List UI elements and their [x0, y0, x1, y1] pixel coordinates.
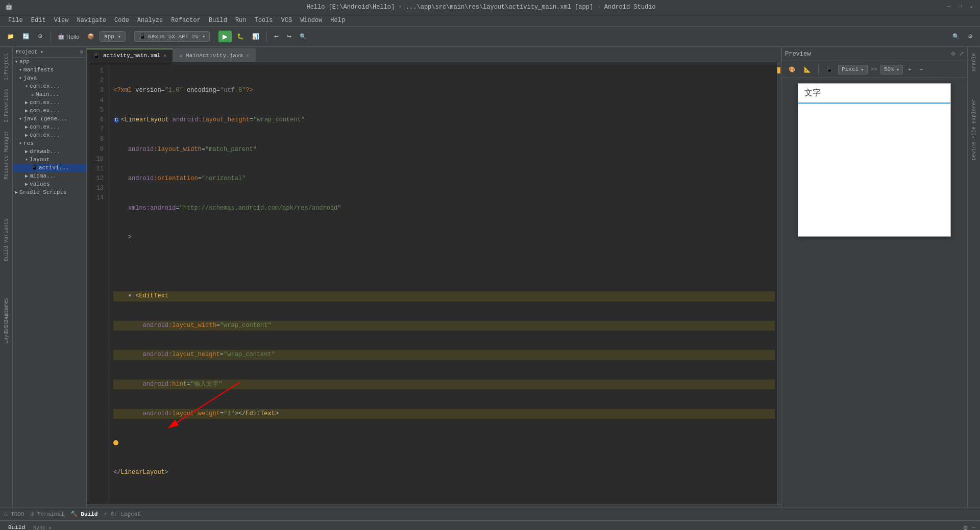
tree-expand-icon: ▶: [25, 148, 28, 155]
build-tab-close[interactable]: Sync ✕: [33, 525, 52, 531]
toolbar-sync-button[interactable]: 🔄: [19, 31, 33, 42]
minimize-button[interactable]: ─: [945, 4, 952, 11]
vertical-scrollbar[interactable]: [777, 62, 781, 504]
sidebar-layout-captures[interactable]: Layout Captures: [3, 296, 10, 346]
device-dropdown[interactable]: 📱 Nexus 5X API 26 ▾: [134, 31, 210, 42]
code-editor[interactable]: 1 2 3 4 5 6 7 8 9 10 11 12 13 14 <?xml v…: [87, 62, 781, 504]
scroll-thumb: [777, 67, 780, 73]
pixel-label: Pixel: [842, 66, 859, 72]
tree-expand-icon: ▶: [25, 124, 28, 130]
terminal-tab[interactable]: ⊞ Terminal: [31, 511, 64, 517]
tree-item-com4[interactable]: ▶ com.ex...: [13, 123, 86, 131]
tree-expand-icon: ▶: [25, 108, 28, 114]
toolbar-settings-button[interactable]: ⚙: [35, 31, 46, 42]
code-line-11: android:hint="输入文字": [113, 380, 775, 389]
preview-zoom-in[interactable]: +: [905, 64, 914, 74]
code-line-9: android:layout_width="wrap_content": [113, 321, 775, 331]
tree-item-com5[interactable]: ▶ com.ex...: [13, 131, 86, 139]
preview-toolbar: 🎨 📐 📱 Pixel ▾ >> 50% ▾ + −: [781, 61, 967, 78]
tree-item-layout[interactable]: ▾ layout: [13, 156, 86, 164]
preview-blueprint-mode[interactable]: 📐: [801, 64, 814, 75]
tree-expand-icon: ▶: [25, 173, 28, 179]
preview-design-mode[interactable]: 🎨: [786, 64, 799, 75]
tree-item-java[interactable]: ▾ java: [13, 74, 86, 82]
preview-content: 文字: [781, 78, 967, 520]
tree-item-mipmap[interactable]: ▶ mipma...: [13, 172, 86, 180]
sidebar-project[interactable]: 1:Project: [3, 51, 10, 83]
tree-item-app[interactable]: ▾ app: [13, 58, 86, 66]
build-tab-bottom[interactable]: 🔨 Build: [70, 511, 98, 517]
run-button[interactable]: ▶: [218, 31, 232, 42]
sidebar-build-variants[interactable]: Build Variants: [3, 216, 10, 263]
preview-orientation[interactable]: 📱: [823, 64, 836, 75]
tree-expand-icon: ▾: [19, 75, 22, 81]
menu-help[interactable]: Help: [326, 16, 349, 25]
preview-device-dropdown[interactable]: Pixel ▾: [838, 65, 868, 74]
toolbar-hello-label[interactable]: 🤖 Hello: [55, 31, 82, 42]
app-dropdown[interactable]: app ▾: [100, 31, 126, 42]
preview-zoom-dropdown[interactable]: 50% ▾: [880, 65, 903, 74]
maximize-button[interactable]: □: [957, 4, 964, 11]
menu-run[interactable]: Run: [231, 16, 251, 25]
tree-item-main[interactable]: ☕ Main...: [13, 90, 86, 98]
menu-analyze[interactable]: Analyze: [133, 16, 167, 25]
tab-main-activity[interactable]: ☕ MainActivity.java ✕: [173, 48, 256, 62]
menu-code[interactable]: Code: [110, 16, 133, 25]
build-panel-minimize[interactable]: −: [972, 523, 976, 530]
code-line-8: ▾ <EditText: [113, 291, 775, 301]
preview-zoom-out[interactable]: −: [917, 64, 926, 74]
menu-view[interactable]: View: [50, 16, 73, 25]
tab-activity-main[interactable]: 📱 activity_main.xml ✕: [87, 48, 173, 62]
code-content[interactable]: <?xml version="1.0" encoding="utf-8"?> C…: [107, 62, 781, 504]
tree-item-activity-main[interactable]: 📱 activi...: [13, 164, 86, 172]
todo-tab[interactable]: ☐ TODO: [4, 511, 24, 517]
tree-expand-icon: ▶: [25, 132, 28, 138]
palette-settings-icon[interactable]: ⚙: [951, 50, 955, 58]
layout-icon: 📱: [93, 53, 100, 59]
toolbar-search-button[interactable]: 🔍: [297, 31, 310, 42]
tree-item-com2[interactable]: ▶ com.ex...: [13, 98, 86, 107]
tree-item-drawable[interactable]: ▶ drawab...: [13, 147, 86, 156]
tab-close-icon[interactable]: ✕: [163, 53, 166, 59]
menu-file[interactable]: File: [4, 16, 27, 25]
sidebar-gradle[interactable]: Gradle: [970, 51, 978, 73]
menu-refactor[interactable]: Refactor: [167, 16, 205, 25]
menu-vcs[interactable]: VCS: [277, 16, 297, 25]
tree-item-java-gen[interactable]: ▾ java (gene...: [13, 115, 86, 123]
sidebar-device-file-explorer[interactable]: Device File Explorer: [970, 97, 978, 162]
build-tab-build[interactable]: Build: [4, 523, 29, 531]
tree-item-gradle[interactable]: ▶ Gradle Scripts: [13, 188, 86, 196]
project-settings-icon[interactable]: ⚙: [80, 49, 83, 55]
palette-expand-icon[interactable]: ⤢: [959, 50, 964, 58]
menu-window[interactable]: Window: [296, 16, 326, 25]
toolbar-open-button[interactable]: 📁: [4, 31, 17, 42]
close-button[interactable]: ✕: [968, 4, 975, 11]
toolbar-gear-button[interactable]: ⚙: [965, 31, 976, 42]
tree-item-manifests[interactable]: ▾ manifests: [13, 66, 86, 74]
build-panel-settings[interactable]: ⚙: [963, 523, 967, 530]
profile-button[interactable]: 📊: [249, 31, 262, 42]
toolbar-redo-button[interactable]: ↪: [284, 31, 295, 42]
menu-bar: File Edit View Navigate Code Analyze Ref…: [0, 14, 980, 27]
sidebar-favorites[interactable]: 2:Favorites: [3, 87, 10, 124]
java-file-icon: ☕: [31, 91, 34, 97]
toolbar-undo-button[interactable]: ↩: [271, 31, 282, 42]
tree-expand-icon: ▶: [15, 189, 18, 195]
code-line-2: C<LinearLayout android:layout_height="wr…: [113, 115, 775, 125]
menu-edit[interactable]: Edit: [27, 16, 50, 25]
tree-item-values[interactable]: ▶ values: [13, 180, 86, 188]
logcat-tab[interactable]: ⚡ 6: Logcat: [104, 511, 141, 517]
tree-item-com3[interactable]: ▶ com.ex...: [13, 107, 86, 115]
toolbar-search-everywhere[interactable]: 🔍: [949, 31, 963, 42]
menu-tools[interactable]: Tools: [251, 16, 277, 25]
toolbar-app-button[interactable]: 📦: [84, 31, 97, 42]
menu-navigate[interactable]: Navigate: [72, 16, 110, 25]
tree-expand-icon: ▾: [19, 140, 22, 146]
sidebar-resource-manager[interactable]: Resource Manager: [3, 129, 10, 182]
tree-item-com1[interactable]: ▾ com.ex...: [13, 82, 86, 90]
debug-button[interactable]: 🐛: [234, 31, 247, 42]
tree-item-res[interactable]: ▾ res: [13, 139, 86, 147]
tab-close-icon-2[interactable]: ✕: [246, 53, 249, 59]
tree-expand-icon: ▾: [25, 83, 28, 89]
menu-build[interactable]: Build: [205, 16, 231, 25]
